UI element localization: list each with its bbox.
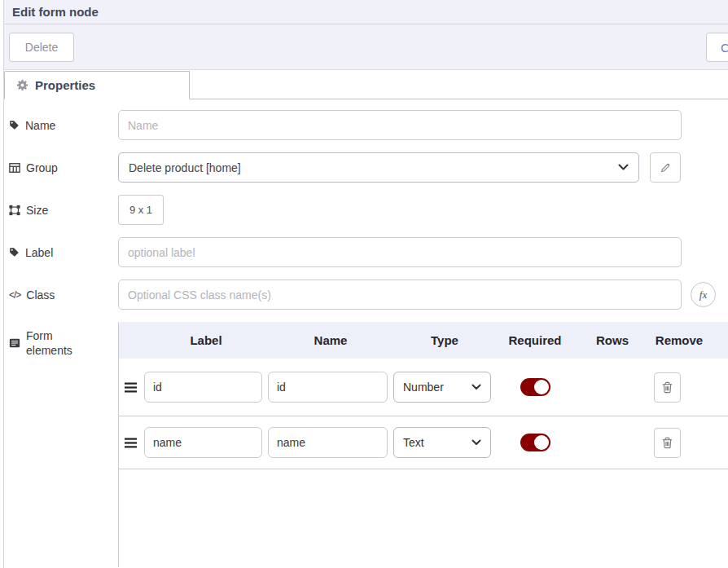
- size-row: Size 9 x 1: [9, 195, 728, 225]
- chevron-down-icon: [471, 384, 481, 390]
- column-header-remove: Remove: [651, 333, 708, 347]
- table-row: Number: [119, 359, 728, 416]
- edit-form-node-dialog: Edit form node Delete Cancel Properti: [3, 0, 728, 568]
- tag-icon: [9, 247, 20, 258]
- code-icon: </>: [9, 289, 20, 301]
- label-label: Label: [9, 246, 118, 259]
- group-label: Group: [9, 161, 118, 174]
- delete-button[interactable]: Delete: [9, 33, 74, 62]
- class-row: </> Class fx: [9, 280, 728, 310]
- class-input[interactable]: [118, 280, 682, 310]
- name-input[interactable]: [118, 110, 682, 140]
- trash-icon: [661, 381, 673, 394]
- class-label: </> Class: [9, 288, 118, 302]
- table-row: Text: [119, 416, 728, 469]
- name-label: Name: [9, 119, 118, 132]
- type-select-value: Text: [403, 436, 424, 449]
- dialog-title: Edit form node: [12, 5, 99, 19]
- label-input[interactable]: [118, 237, 682, 267]
- column-header-label: Label: [144, 333, 268, 347]
- group-label-text: Group: [26, 161, 58, 174]
- form-elements-label: Form elements: [9, 322, 118, 358]
- size-label: Size: [9, 204, 118, 217]
- chevron-down-icon: [618, 164, 629, 171]
- size-icon: [9, 205, 20, 216]
- remove-element-button[interactable]: [654, 372, 681, 403]
- toggle-knob: [534, 435, 549, 450]
- type-select-value: Number: [403, 381, 444, 394]
- gear-icon: [16, 79, 29, 91]
- size-label-text: Size: [26, 204, 48, 217]
- dialog-button-bar: Delete Cancel: [4, 24, 728, 70]
- tab-strip: Properties: [4, 70, 728, 99]
- column-header-required: Required: [496, 333, 574, 347]
- column-header-rows: Rows: [574, 333, 651, 347]
- expression-button[interactable]: fx: [691, 282, 716, 307]
- element-label-input[interactable]: [144, 372, 262, 403]
- trash-icon: [661, 436, 673, 449]
- required-toggle[interactable]: [520, 434, 550, 451]
- form-elements-table: Label Name Type Required Rows Remove Num…: [118, 322, 728, 567]
- group-select[interactable]: Delete product [home]: [118, 152, 639, 183]
- tag-icon: [9, 120, 20, 130]
- remove-element-button[interactable]: [654, 428, 681, 458]
- element-name-input[interactable]: [268, 372, 388, 403]
- element-type-select[interactable]: Number: [393, 372, 491, 403]
- name-row: Name: [9, 110, 728, 140]
- label-row: Label: [9, 237, 728, 267]
- group-row: Group Delete product [home]: [9, 152, 728, 183]
- pencil-icon: [660, 162, 671, 174]
- cancel-button[interactable]: Cancel: [706, 33, 728, 62]
- tab-label: Properties: [35, 78, 95, 92]
- table-header-row: Label Name Type Required Rows Remove: [119, 322, 728, 359]
- chevron-down-icon: [471, 439, 481, 446]
- element-label-input[interactable]: [144, 427, 262, 458]
- form-elements-row: Form elements Label Name Type Required R…: [9, 322, 728, 567]
- element-type-select[interactable]: Text: [393, 427, 491, 458]
- tab-properties[interactable]: Properties: [4, 71, 190, 99]
- element-name-input[interactable]: [268, 427, 388, 458]
- drag-handle-icon[interactable]: [125, 438, 144, 448]
- drag-handle-icon[interactable]: [125, 382, 144, 393]
- form-elements-label-text: Form elements: [26, 328, 77, 358]
- form-elements-icon: [9, 337, 20, 349]
- column-header-name: Name: [268, 333, 393, 347]
- edit-group-button[interactable]: [650, 152, 681, 183]
- name-label-text: Name: [25, 119, 55, 132]
- required-toggle[interactable]: [520, 378, 550, 396]
- dialog-header: Edit form node: [4, 0, 728, 24]
- toggle-knob: [534, 380, 549, 394]
- group-select-value: Delete product [home]: [129, 161, 241, 174]
- class-label-text: Class: [26, 288, 55, 302]
- form-area: Name Group Delete product [home]: [4, 99, 728, 567]
- size-button[interactable]: 9 x 1: [118, 195, 164, 225]
- column-header-type: Type: [393, 333, 496, 347]
- table-icon: [9, 162, 20, 174]
- label-label-text: Label: [25, 246, 53, 259]
- function-icon: fx: [699, 288, 707, 302]
